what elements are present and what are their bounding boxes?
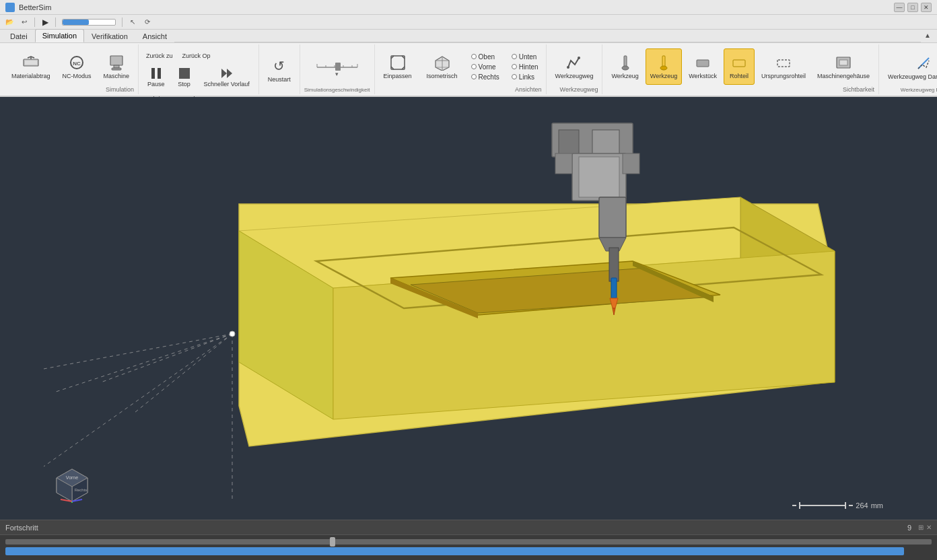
qa-progress bbox=[62, 19, 116, 26]
group-werkzeugweg-label: Werkzeugweg bbox=[560, 86, 598, 93]
close-button[interactable]: ✕ bbox=[921, 3, 932, 12]
viewport[interactable]: Vorne Rechts 264 mm bbox=[0, 97, 937, 520]
rohteil-icon bbox=[730, 54, 748, 71]
scale-value: 264 bbox=[856, 501, 868, 510]
svg-rect-60 bbox=[609, 248, 619, 281]
ribbon: Materialabtrag NC NC-Modus bbox=[0, 43, 937, 97]
scene-svg bbox=[0, 97, 937, 520]
ww-darst-icon bbox=[915, 55, 932, 72]
svg-rect-32 bbox=[777, 60, 790, 67]
progress-value: 9 bbox=[907, 524, 911, 532]
nc-modus-button[interactable]: NC NC-Modus bbox=[58, 48, 96, 85]
kontrolle-top-row: Zurück zu Zurück Op bbox=[143, 48, 214, 63]
svg-point-27 bbox=[622, 66, 629, 70]
progress-slider-handle[interactable] bbox=[330, 537, 335, 547]
view-directions-2: Unten Hinten Links bbox=[508, 52, 542, 82]
speed-tick-marks bbox=[314, 57, 361, 71]
rohteil-btn[interactable]: Rohteil bbox=[724, 48, 755, 85]
maschine-button[interactable]: Maschine bbox=[99, 48, 135, 85]
werkzeug-active-btn[interactable]: Werkzeug bbox=[646, 48, 682, 85]
svg-point-24 bbox=[567, 66, 569, 69]
werkzeug-btn[interactable]: Werkzeug bbox=[606, 48, 643, 85]
tab-datei[interactable]: Datei bbox=[3, 30, 35, 42]
ursprungsrohteil-btn[interactable]: Ursprungsrohteil bbox=[757, 48, 810, 85]
svg-point-66 bbox=[230, 331, 235, 337]
minimize-button[interactable]: — bbox=[894, 3, 905, 12]
tab-simulation[interactable]: Simulation bbox=[35, 29, 84, 42]
group-ww-darst-label: Werkzeugweg Darstellung bbox=[901, 87, 937, 93]
links-radio[interactable]: Links bbox=[508, 72, 542, 82]
werkstueck-btn[interactable]: Werkstück bbox=[684, 48, 722, 85]
tab-ansicht[interactable]: Ansicht bbox=[135, 30, 174, 42]
group-ww-darst-content: Werkzeugweg Darstellung bbox=[883, 46, 937, 85]
svg-rect-15 bbox=[391, 56, 405, 69]
maximize-button[interactable]: □ bbox=[907, 3, 918, 12]
unten-radio[interactable]: Unten bbox=[508, 52, 542, 62]
group-neustart: ↺ Neustart bbox=[259, 44, 300, 94]
nc-modus-icon: NC bbox=[68, 54, 85, 71]
toolbar-separator2 bbox=[55, 18, 56, 27]
toolbar-separator3 bbox=[122, 18, 123, 27]
pause-button[interactable]: Pause bbox=[143, 65, 170, 90]
app-title: BetterSim bbox=[19, 3, 894, 11]
ww-darst-btn[interactable]: Werkzeugweg Darstellung bbox=[883, 49, 937, 85]
speed-label: ▾ bbox=[335, 71, 339, 77]
progress-slider-track[interactable] bbox=[5, 539, 932, 545]
pause-icon bbox=[149, 67, 163, 79]
materialabtrag-button[interactable]: Materialabtrag bbox=[7, 48, 55, 85]
ribbon-tabs: Datei Simulation Verifikation Ansicht ▲ bbox=[0, 30, 937, 43]
werkzeug-active-icon bbox=[655, 54, 672, 71]
maschine-icon bbox=[108, 54, 125, 71]
maschinengehaeuse-icon bbox=[835, 54, 852, 71]
materialabtrag-icon bbox=[22, 54, 40, 71]
qa-back-button[interactable]: ↩ bbox=[18, 16, 31, 28]
group-speed-content: ▾ bbox=[310, 46, 364, 85]
svg-text:NC: NC bbox=[73, 61, 81, 67]
svg-text:Vorne: Vorne bbox=[66, 475, 78, 480]
einpassen-button[interactable]: Einpassen bbox=[379, 48, 417, 85]
hinten-radio[interactable]: Hinten bbox=[508, 62, 542, 72]
group-ww-darst: Werkzeugweg Darstellung Werkzeugweg Dars… bbox=[879, 44, 937, 94]
svg-point-29 bbox=[660, 66, 667, 70]
maschinengehaeuse-btn[interactable]: Maschinengehäuse bbox=[812, 48, 874, 85]
zurueck-op-button[interactable]: Zurück Op bbox=[179, 48, 214, 63]
schneller-vorlauf-button[interactable]: Schneller Vorlauf bbox=[199, 65, 254, 90]
svg-rect-34 bbox=[839, 60, 847, 65]
progress-track bbox=[0, 535, 937, 558]
window-controls: — □ ✕ bbox=[894, 3, 932, 12]
group-sichtbarkeit-content: Werkzeug Werkzeug Werkstück bbox=[606, 46, 874, 85]
neustart-button[interactable]: ↺ Neustart bbox=[263, 52, 296, 88]
progress-pin-btn[interactable]: ⊞ bbox=[918, 524, 924, 532]
ribbon-collapse-button[interactable]: ▲ bbox=[921, 29, 934, 41]
werkstueck-icon bbox=[694, 54, 712, 71]
progress-close-btn[interactable]: ✕ bbox=[926, 524, 932, 532]
progress-controls: 9 ⊞ ✕ bbox=[907, 524, 932, 532]
stop-icon bbox=[178, 67, 191, 79]
isometrisch-button[interactable]: Isometrisch bbox=[422, 48, 462, 85]
rechts-radio[interactable]: Rechts bbox=[468, 72, 503, 82]
group-simulation-label: Simulation bbox=[106, 86, 134, 93]
svg-rect-64 bbox=[555, 153, 572, 174]
svg-rect-4 bbox=[110, 56, 123, 65]
orientation-cube: Vorne Rechts bbox=[54, 466, 88, 499]
qa-rotate-button[interactable]: ⟳ bbox=[141, 16, 154, 28]
qa-play-button[interactable]: ▶ bbox=[38, 16, 52, 28]
zurueck-zu-button[interactable]: Zurück zu bbox=[143, 48, 176, 63]
werkzeug-icon bbox=[617, 54, 634, 71]
werkzeugweg-btn[interactable]: Werkzeugweg bbox=[551, 48, 598, 85]
scale-unit: mm bbox=[871, 501, 883, 510]
group-neustart-content: ↺ Neustart bbox=[263, 46, 296, 92]
oben-radio[interactable]: Oben bbox=[468, 52, 503, 62]
view-directions: Oben Vorne Rechts bbox=[468, 52, 503, 82]
isometrisch-icon bbox=[433, 54, 451, 71]
tab-verifikation[interactable]: Verifikation bbox=[84, 30, 135, 42]
svg-rect-57 bbox=[579, 157, 619, 197]
stop-button[interactable]: Stop bbox=[172, 65, 197, 90]
svg-rect-5 bbox=[114, 65, 119, 68]
group-speed-label: Simulationsgeschwindigkeit bbox=[304, 87, 370, 93]
svg-text:Rechts: Rechts bbox=[75, 488, 88, 492]
speed-control: ▾ bbox=[310, 57, 364, 77]
vorne-radio[interactable]: Vorne bbox=[468, 62, 503, 72]
qa-cursor-button[interactable]: ↖ bbox=[126, 16, 139, 28]
qa-open-button[interactable]: 📂 bbox=[3, 16, 16, 28]
